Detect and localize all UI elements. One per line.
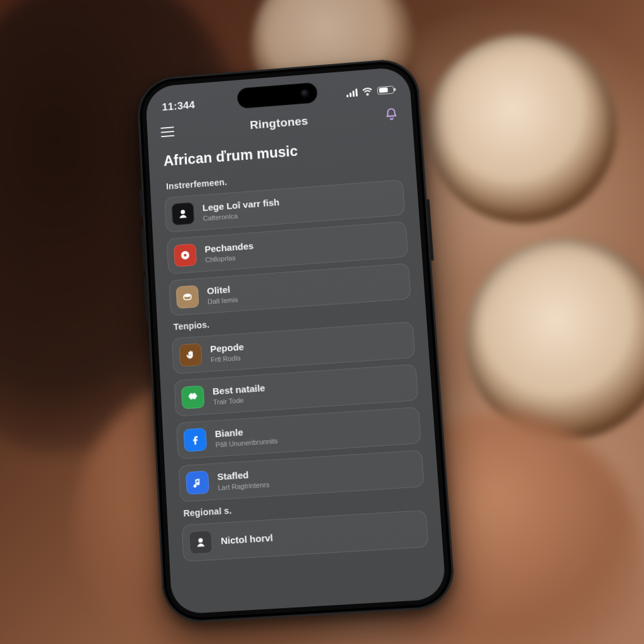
list-item-text: Nictol horvl <box>221 525 398 547</box>
drum-icon <box>175 285 199 309</box>
list-item-text: Lege Loî varr fishCatteronlca <box>202 190 375 222</box>
phone-device: 11:344 Ringtones Africa <box>136 57 456 624</box>
chevron-right-icon <box>386 234 398 246</box>
bg-drum <box>465 239 644 440</box>
head-icon <box>189 530 213 555</box>
list-item-text: PechandesChlloprlas <box>204 231 378 264</box>
screen: 11:344 Ringtones Africa <box>145 66 447 614</box>
wifi-icon <box>362 87 374 96</box>
cell-signal-icon <box>346 88 358 97</box>
list-item-text: Best nataileTrair Tode <box>212 374 387 406</box>
battery-icon <box>377 86 394 95</box>
hand-icon <box>179 343 202 367</box>
side-button <box>426 199 434 260</box>
list-item-title: Nictol horvl <box>221 525 398 547</box>
f-icon <box>183 428 207 452</box>
side-button <box>140 190 144 217</box>
head-icon <box>171 202 194 225</box>
note-icon <box>186 470 209 494</box>
chevron-right-icon <box>393 335 405 347</box>
bg-drum <box>428 35 616 223</box>
list-item-text: PepodeFrtt Rodls <box>210 332 385 364</box>
clock: 11:344 <box>162 99 195 114</box>
list-item[interactable]: Nictol horvl <box>182 510 429 562</box>
menu-icon[interactable] <box>160 126 174 137</box>
bell-icon[interactable] <box>384 107 399 121</box>
list-item-text: StafledLart Ragtrintenrs <box>217 460 394 491</box>
content[interactable]: Instrerfemeen.Lege Loî varr fishCatteron… <box>150 159 447 615</box>
side-button <box>141 226 146 270</box>
side-button <box>144 278 149 323</box>
list-item-text: BianlePâll Ununeribrunnits <box>214 417 391 448</box>
list-item[interactable]: StafledLart Ragtrintenrs <box>179 450 425 502</box>
chevron-right-icon <box>406 523 418 536</box>
chevron-right-icon <box>389 276 401 288</box>
brain-icon <box>181 386 205 409</box>
chevron-right-icon <box>396 377 408 389</box>
chevron-right-icon <box>383 192 395 204</box>
chevron-right-icon <box>399 420 411 432</box>
list-item-text: OlitelDalt Iemis <box>207 274 381 305</box>
chevron-right-icon <box>402 464 414 475</box>
disc-icon <box>174 243 197 267</box>
list-item[interactable]: BianlePâll Ununeribrunnits <box>176 407 421 459</box>
